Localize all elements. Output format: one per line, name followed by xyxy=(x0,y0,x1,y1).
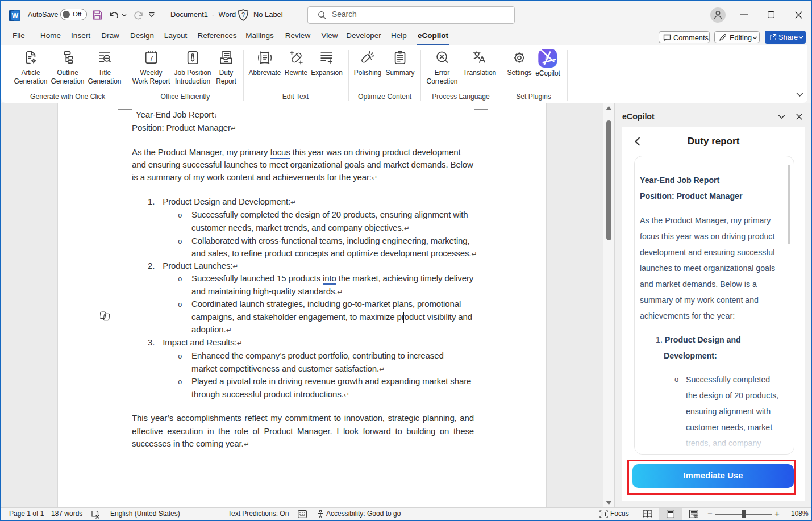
svg-text:W: W xyxy=(12,12,19,20)
svg-text:7: 7 xyxy=(149,54,153,62)
svg-text:?: ? xyxy=(241,11,245,18)
